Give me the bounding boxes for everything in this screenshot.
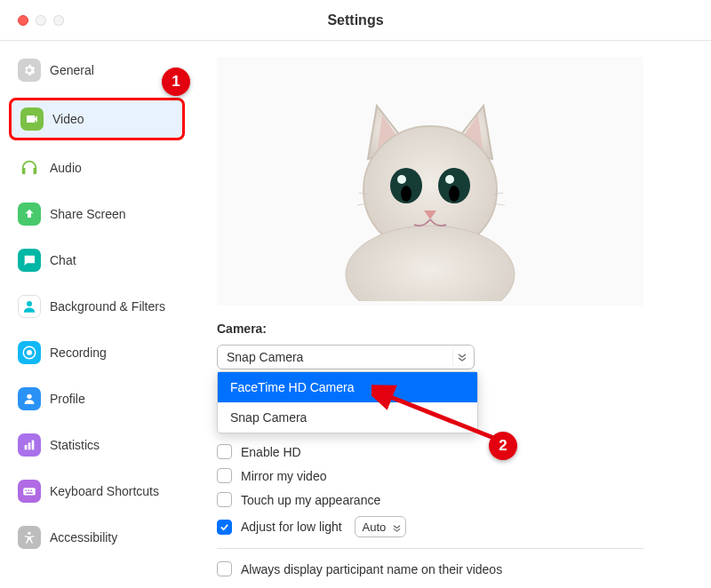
option-touch-up[interactable]: Touch up my appearance [217, 492, 690, 507]
window-titlebar: Settings [0, 0, 711, 41]
sidebar-item-label: Accessibility [50, 530, 117, 544]
video-options: Enable HD Mirror my video Touch up my ap… [217, 444, 690, 576]
annotation-step-2: 2 [489, 432, 517, 460]
option-label: Adjust for low light [241, 520, 342, 534]
svg-point-14 [346, 226, 515, 301]
gear-icon [18, 59, 41, 82]
arrow-up-icon [18, 203, 41, 226]
sidebar-item-label: Audio [50, 161, 82, 175]
option-display-participant-name[interactable]: Always display participant name on their… [217, 561, 690, 576]
sidebar-item-label: Share Screen [50, 207, 126, 221]
svg-point-3 [27, 394, 31, 399]
option-label: Always display participant name on their… [241, 562, 502, 576]
camera-section-label: Camera: [217, 322, 690, 336]
zoom-window-button[interactable] [53, 15, 64, 26]
svg-point-2 [27, 350, 32, 355]
camera-option-label: FaceTime HD Camera [230, 380, 355, 394]
sidebar-item-label: Video [52, 112, 84, 126]
svg-point-19 [401, 186, 411, 202]
headphones-icon [18, 156, 41, 179]
record-icon [18, 341, 41, 364]
svg-point-0 [27, 301, 32, 306]
settings-content: General Video Audio Share Screen Chat [0, 41, 711, 588]
sidebar-item-statistics[interactable]: Statistics [9, 426, 185, 464]
sidebar-item-audio[interactable]: Audio [9, 149, 185, 187]
sidebar-item-share-screen[interactable]: Share Screen [9, 195, 185, 233]
chat-icon [18, 249, 41, 272]
close-window-button[interactable] [18, 15, 28, 26]
svg-point-20 [449, 186, 459, 202]
svg-point-12 [28, 532, 30, 535]
svg-rect-7 [23, 488, 36, 495]
checkbox-icon [217, 444, 232, 459]
preview-image [315, 61, 546, 301]
sidebar-item-background-filters[interactable]: Background & Filters [9, 288, 185, 325]
option-label: Enable HD [241, 445, 301, 459]
sidebar-item-label: Background & Filters [50, 299, 165, 314]
sidebar-item-general[interactable]: General [9, 52, 185, 89]
sidebar-item-accessibility[interactable]: Accessibility [9, 519, 185, 556]
checkbox-checked-icon [217, 520, 232, 535]
option-label: Touch up my appearance [241, 493, 380, 507]
sidebar-item-label: Keyboard Shortcuts [50, 484, 159, 498]
chevron-down-icon [393, 521, 401, 535]
traffic-lights [18, 15, 64, 26]
window-title: Settings [327, 12, 383, 28]
camera-option-label: Snap Camera [230, 410, 307, 425]
low-light-mode-select[interactable]: Auto [355, 516, 407, 537]
camera-select[interactable]: Snap Camera [217, 345, 475, 369]
svg-rect-5 [28, 442, 31, 449]
option-enable-hd[interactable]: Enable HD [217, 444, 690, 459]
option-mirror-video[interactable]: Mirror my video [217, 468, 690, 483]
option-low-light[interactable]: Adjust for low light Auto [217, 516, 690, 537]
annotation-step-1: 1 [162, 68, 190, 96]
minimize-window-button[interactable] [36, 15, 46, 26]
sidebar-item-chat[interactable]: Chat [9, 242, 185, 279]
sidebar-item-profile[interactable]: Profile [9, 380, 185, 417]
profile-icon [18, 387, 41, 410]
svg-rect-6 [32, 441, 35, 450]
sidebar-item-label: Statistics [50, 438, 100, 452]
sidebar-item-video[interactable]: Video [9, 98, 185, 140]
video-settings-panel: Camera: Snap Camera FaceTime HD Camera S… [192, 41, 711, 588]
svg-rect-9 [28, 490, 30, 492]
camera-option-snap-camera[interactable]: Snap Camera [218, 402, 477, 433]
sidebar-item-recording[interactable]: Recording [9, 334, 185, 371]
low-light-mode-value: Auto [363, 520, 387, 534]
svg-rect-11 [26, 493, 33, 495]
checkbox-icon [217, 561, 232, 576]
sidebar-item-label: General [50, 63, 94, 77]
svg-point-18 [445, 175, 454, 184]
camera-option-facetime-hd[interactable]: FaceTime HD Camera [218, 372, 477, 402]
sidebar-item-label: Profile [50, 392, 85, 406]
svg-rect-8 [26, 490, 28, 492]
settings-sidebar: General Video Audio Share Screen Chat [0, 41, 192, 588]
svg-point-17 [397, 175, 406, 184]
user-bg-icon [18, 295, 41, 318]
option-label: Mirror my video [241, 469, 326, 483]
checkbox-icon [217, 468, 232, 483]
options-divider [217, 548, 643, 549]
keyboard-icon [18, 480, 41, 503]
checkbox-icon [217, 492, 232, 507]
camera-preview [217, 57, 643, 306]
sidebar-item-label: Recording [50, 346, 107, 360]
stats-icon [18, 433, 41, 457]
accessibility-icon [18, 526, 41, 549]
camera-dropdown: FaceTime HD Camera Snap Camera [217, 371, 478, 433]
svg-rect-4 [25, 445, 28, 449]
camera-icon [20, 107, 44, 131]
chevron-down-icon [452, 348, 470, 366]
svg-rect-10 [31, 490, 33, 492]
camera-select-value: Snap Camera [227, 350, 303, 364]
sidebar-item-label: Chat [50, 253, 76, 267]
sidebar-item-keyboard-shortcuts[interactable]: Keyboard Shortcuts [9, 473, 185, 510]
